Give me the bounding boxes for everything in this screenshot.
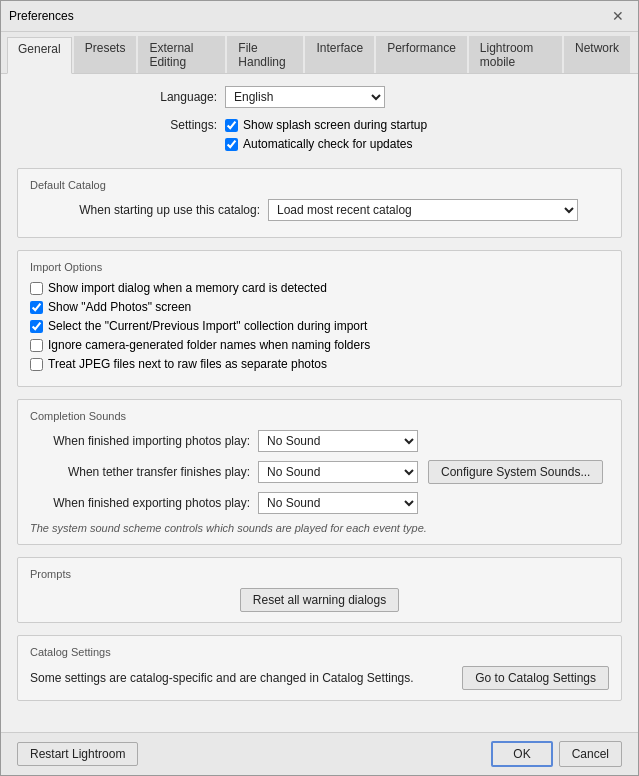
import-memory-card-label: Show import dialog when a memory card is… [48,281,327,295]
import-memory-card-row: Show import dialog when a memory card is… [30,281,609,295]
catalog-settings-section: Catalog Settings Some settings are catal… [17,635,622,701]
goto-catalog-settings-button[interactable]: Go to Catalog Settings [462,666,609,690]
prompts-section: Prompts Reset all warning dialogs [17,557,622,623]
import-current-previous-label: Select the "Current/Previous Import" col… [48,319,367,333]
catalog-label: When starting up use this catalog: [30,203,260,217]
footer: Restart Lightroom OK Cancel [1,732,638,775]
sound-tether-label: When tether transfer finishes play: [30,465,250,479]
sound-importing-label: When finished importing photos play: [30,434,250,448]
updates-label: Automatically check for updates [243,137,412,151]
sound-exporting-select[interactable]: No Sound System Default Chime [258,492,418,514]
title-bar: Preferences ✕ [1,1,638,32]
sound-importing-select[interactable]: No Sound System Default Chime [258,430,418,452]
ok-button[interactable]: OK [491,741,552,767]
completion-sounds-section: Completion Sounds When finished importin… [17,399,622,545]
footer-right-buttons: OK Cancel [491,741,622,767]
import-treat-jpeg-row: Treat JPEG files next to raw files as se… [30,357,609,371]
catalog-settings-title: Catalog Settings [30,646,609,658]
language-label: Language: [17,90,217,104]
sound-exporting-label: When finished exporting photos play: [30,496,250,510]
language-select[interactable]: English [225,86,385,108]
settings-row: Settings: Show splash screen during star… [17,118,622,156]
catalog-row: When starting up use this catalog: Load … [30,199,609,221]
import-options-title: Import Options [30,261,609,273]
tab-general[interactable]: General [7,37,72,74]
sound-tether-select[interactable]: No Sound System Default Chime [258,461,418,483]
restart-lightroom-button[interactable]: Restart Lightroom [17,742,138,766]
cancel-button[interactable]: Cancel [559,741,622,767]
import-current-previous-checkbox[interactable] [30,320,43,333]
splash-checkbox[interactable] [225,119,238,132]
import-add-photos-label: Show "Add Photos" screen [48,300,191,314]
sound-note: The system sound scheme controls which s… [30,522,609,534]
import-treat-jpeg-checkbox[interactable] [30,358,43,371]
catalog-settings-row: Some settings are catalog-specific and a… [30,666,609,690]
reset-warnings-button[interactable]: Reset all warning dialogs [240,588,399,612]
tab-network[interactable]: Network [564,36,630,73]
import-ignore-folders-row: Ignore camera-generated folder names whe… [30,338,609,352]
sound-tether-row: When tether transfer finishes play: No S… [30,460,609,484]
settings-checkboxes: Show splash screen during startup Automa… [225,118,427,156]
tab-presets[interactable]: Presets [74,36,137,73]
settings-label: Settings: [17,118,217,132]
tab-lightroom-mobile[interactable]: Lightroom mobile [469,36,562,73]
default-catalog-section: Default Catalog When starting up use thi… [17,168,622,238]
content-area: Language: English Settings: Show splash … [1,74,638,732]
tab-bar: General Presets External Editing File Ha… [1,32,638,74]
import-ignore-folders-checkbox[interactable] [30,339,43,352]
updates-row: Automatically check for updates [225,137,427,151]
import-add-photos-row: Show "Add Photos" screen [30,300,609,314]
sound-exporting-row: When finished exporting photos play: No … [30,492,609,514]
import-add-photos-checkbox[interactable] [30,301,43,314]
catalog-settings-text: Some settings are catalog-specific and a… [30,671,414,685]
import-current-previous-row: Select the "Current/Previous Import" col… [30,319,609,333]
sound-importing-row: When finished importing photos play: No … [30,430,609,452]
import-options-section: Import Options Show import dialog when a… [17,250,622,387]
preferences-window: Preferences ✕ General Presets External E… [0,0,639,776]
tab-file-handling[interactable]: File Handling [227,36,303,73]
splash-row: Show splash screen during startup [225,118,427,132]
import-memory-card-checkbox[interactable] [30,282,43,295]
close-button[interactable]: ✕ [606,7,630,25]
import-checkboxes: Show import dialog when a memory card is… [30,281,609,371]
window-title: Preferences [9,9,74,23]
configure-sounds-button[interactable]: Configure System Sounds... [428,460,603,484]
splash-label: Show splash screen during startup [243,118,427,132]
import-treat-jpeg-label: Treat JPEG files next to raw files as se… [48,357,327,371]
prompts-title: Prompts [30,568,609,580]
import-ignore-folders-label: Ignore camera-generated folder names whe… [48,338,370,352]
prompts-center: Reset all warning dialogs [30,588,609,612]
updates-checkbox[interactable] [225,138,238,151]
catalog-select[interactable]: Load most recent catalog Prompt me when … [268,199,578,221]
language-row: Language: English [17,86,622,108]
tab-external-editing[interactable]: External Editing [138,36,225,73]
default-catalog-title: Default Catalog [30,179,609,191]
completion-sounds-title: Completion Sounds [30,410,609,422]
tab-interface[interactable]: Interface [305,36,374,73]
tab-performance[interactable]: Performance [376,36,467,73]
